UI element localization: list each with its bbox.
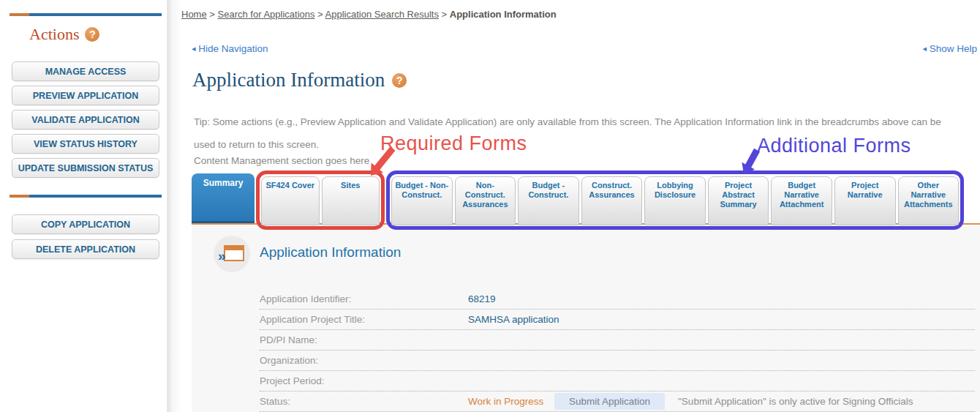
action-button-view-status-history[interactable]: VIEW STATUS HISTORY (12, 134, 159, 154)
tab-sites[interactable]: Sites (322, 176, 380, 225)
required-forms-annotation: Required Forms (380, 132, 527, 155)
section-title: Application Information (260, 244, 401, 261)
sidebar-divider-top (10, 13, 162, 16)
application-fields: Application Identifier:68219Application … (260, 289, 975, 412)
page-help-icon[interactable]: ? (392, 73, 407, 88)
field-label: Organization: (260, 355, 468, 366)
action-button-delete-application[interactable]: DELETE APPLICATION (12, 239, 159, 259)
breadcrumb-link[interactable]: Application Search Results (325, 9, 439, 20)
sidebar-divider-bottom (10, 195, 162, 198)
status-note: "Submit Application" is only active for … (678, 396, 913, 407)
hide-navigation-link[interactable]: ◂ Hide Navigation (192, 43, 268, 54)
application-information-page: Actions ? MANAGE ACCESSPREVIEW APPLICATI… (0, 0, 980, 412)
tab-project-narrative[interactable]: Project Narrative (834, 176, 896, 225)
breadcrumb-link[interactable]: Search for Applications (218, 9, 315, 20)
actions-heading: Actions ? (29, 25, 99, 44)
additional-forms-group: Budget - Non-Construct.Non-Construct. As… (386, 171, 964, 230)
form-tabs: Summary SF424 CoverSites Budget - Non-Co… (192, 173, 964, 230)
breadcrumb: Home > Search for Applications > Applica… (181, 9, 557, 20)
tab-budget-non-construct[interactable]: Budget - Non-Construct. (391, 176, 453, 225)
tab-non-construct-assurances[interactable]: Non-Construct. Assurances (455, 176, 516, 225)
status-label: Status: (260, 396, 468, 407)
breadcrumb-separator: > (439, 9, 450, 20)
breadcrumb-link[interactable]: Home (181, 9, 207, 20)
status-row: Status:Work in ProgressSubmit Applicatio… (260, 392, 975, 412)
breadcrumb-current[interactable]: Application Information (450, 9, 557, 20)
content-management-note: Content Management section goes here (194, 155, 369, 166)
field-label: Application Project Title: (260, 314, 468, 325)
field-label: PD/PI Name: (260, 334, 468, 345)
field-row: Organization: (260, 351, 975, 371)
tab-lobbying-disclosure[interactable]: Lobbying Disclosure (644, 176, 706, 225)
additional-forms-annotation: Additional Forms (757, 135, 911, 157)
tab-sf424-cover[interactable]: SF424 Cover (261, 176, 320, 225)
show-help-link[interactable]: ◂ Show Help (922, 43, 977, 54)
field-row: Application Identifier:68219 (260, 289, 975, 310)
field-label: Application Identifier: (260, 293, 468, 304)
tab-budget-construct[interactable]: Budget - Construct. (518, 176, 579, 225)
page-title: Application Information ? (192, 69, 407, 91)
actions-heading-label: Actions (29, 25, 79, 44)
action-button-validate-application[interactable]: VALIDATE APPLICATION (12, 110, 159, 130)
sidebar: Actions ? MANAGE ACCESSPREVIEW APPLICATI… (0, 0, 167, 412)
main-content: Home > Search for Applications > Applica… (181, 0, 980, 412)
status-badge: Work in Progress (468, 396, 554, 407)
tab-other-narrative-attachments[interactable]: Other Narrative Attachments (898, 176, 960, 225)
field-value: 68219 (468, 293, 496, 304)
field-row: Application Project Title:SAMHSA applica… (260, 310, 975, 330)
summary-panel: » Application Information Application Id… (192, 225, 980, 412)
tab-project-abstract-summary[interactable]: Project Abstract Summary (708, 176, 769, 225)
action-button-manage-access[interactable]: MANAGE ACCESS (12, 61, 159, 81)
required-forms-group: SF424 CoverSites (256, 171, 385, 230)
collapse-left-icon: ◂ (192, 44, 196, 53)
tab-summary[interactable]: Summary (192, 173, 255, 223)
tab-construct-assurances[interactable]: Construct. Assurances (581, 176, 643, 225)
field-row: PD/PI Name: (260, 330, 975, 351)
submit-application-button[interactable]: Submit Application (554, 393, 665, 410)
tab-budget-narrative-attachment[interactable]: Budget Narrative Attachment (771, 176, 832, 225)
action-button-copy-application[interactable]: COPY APPLICATION (12, 214, 159, 234)
breadcrumb-separator: > (207, 9, 218, 20)
collapse-left-icon: ◂ (922, 44, 927, 53)
action-button-preview-application[interactable]: PREVIEW APPLICATION (12, 86, 159, 105)
field-value: SAMHSA application (468, 314, 559, 325)
breadcrumb-separator: > (314, 9, 325, 20)
actions-help-icon[interactable]: ? (85, 27, 99, 42)
field-row: Project Period: (260, 371, 975, 392)
action-button-update-submission-status[interactable]: UPDATE SUBMISSION STATUS (12, 158, 159, 178)
application-window-icon: » (214, 236, 250, 272)
field-label: Project Period: (260, 375, 468, 386)
sidebar-main-separator (167, 0, 181, 412)
